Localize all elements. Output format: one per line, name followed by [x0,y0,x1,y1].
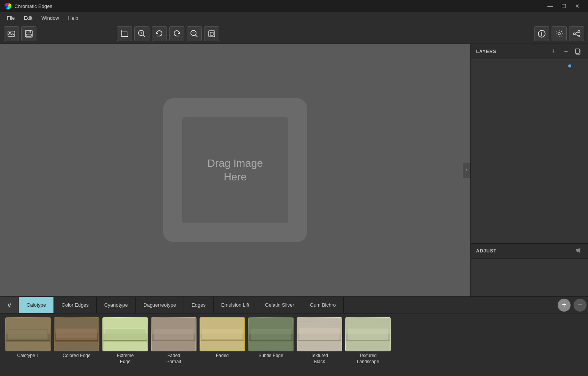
fit-window-button[interactable] [204,26,219,41]
preset-subtle-edge[interactable]: Subtle Edge [248,317,294,359]
svg-rect-36 [105,329,145,340]
adjust-header: ADJUST [471,243,588,258]
tab-gelatin-silver[interactable]: Gelatin Silver [257,297,302,313]
drop-text: Drag ImageHere [208,157,263,184]
tab-color-edges[interactable]: Color Edges [54,297,97,313]
svg-rect-9 [210,32,213,35]
preset-thumb-calotype-1 [5,317,51,351]
svg-rect-25 [8,330,47,339]
svg-point-12 [558,33,560,35]
title-bar: Chromatic Edges — ☐ ✕ [0,0,588,12]
svg-rect-63 [347,329,388,340]
category-tabs: ∨ Calotype Color Edges Cyanotype Daguerr… [0,297,588,313]
open-image-button[interactable] [4,26,19,41]
tab-daguerreotype[interactable]: Daguerreotype [136,297,184,313]
svg-rect-43 [154,329,193,340]
add-category-button[interactable]: + [558,299,571,312]
svg-rect-51 [250,329,291,340]
svg-point-11 [541,31,542,32]
add-layer-button[interactable]: + [549,47,558,56]
app-title: Chromatic Edges [14,3,52,9]
preset-label-colored-edge: Colored Edge [63,353,90,359]
svg-point-18 [579,30,580,31]
preset-thumb-subtle-edge [248,317,294,351]
drop-zone[interactable]: Drag ImageHere [163,98,307,242]
svg-rect-38 [104,340,147,342]
preset-thumb-textured-black [297,317,342,351]
right-panel: LAYERS + − ADJUST [470,44,588,296]
layers-title: LAYERS [476,49,546,54]
tab-cyanotype[interactable]: Cyanotype [97,297,136,313]
minimize-button[interactable]: — [544,2,556,10]
redo-button[interactable] [169,26,184,41]
menu-file[interactable]: File [3,14,19,22]
preset-colored-edge[interactable]: Colored Edge [54,317,99,359]
svg-rect-40 [105,340,145,340]
preset-textured-landscape[interactable]: Textured Landscape [345,317,391,365]
zoom-out-button[interactable] [187,26,202,41]
preset-label-textured-black: Textured Black [311,353,328,365]
toolbar-right [534,26,584,41]
duplicate-layer-button[interactable] [574,47,583,56]
svg-rect-39 [105,329,145,329]
info-button[interactable] [534,26,549,41]
adjust-icon-button[interactable] [574,246,583,255]
svg-point-19 [580,32,580,33]
svg-rect-0 [8,31,15,36]
svg-rect-4 [26,34,31,36]
tab-edges[interactable]: Edges [184,297,214,313]
svg-point-13 [574,33,575,34]
bottom-panel: ∨ Calotype Color Edges Cyanotype Daguerr… [0,296,588,376]
preset-label-textured-landscape: Textured Landscape [357,353,379,365]
remove-category-button[interactable]: − [574,299,586,312]
drop-zone-inner: Drag ImageHere [182,117,288,223]
svg-point-15 [578,35,580,37]
svg-rect-5 [30,31,30,32]
tab-calotype[interactable]: Calotype [19,297,54,313]
preset-label-faded-portrait: Faded Portrait [167,353,181,365]
tab-gum-bichro[interactable]: Gum Bichro [302,297,344,313]
menu-bar: File Edit Window Help [0,12,588,24]
preset-textured-black[interactable]: Textured Black [297,317,342,365]
preset-faded-portrait[interactable]: Faded Portrait [151,317,197,365]
preset-calotype-1[interactable]: Calotype 1 [5,317,51,359]
svg-rect-31 [56,329,97,338]
zoom-in-button[interactable] [134,26,149,41]
layers-content [471,59,588,243]
save-image-button[interactable] [21,26,36,41]
maximize-button[interactable]: ☐ [558,2,570,10]
remove-layer-button[interactable]: − [561,47,571,56]
preset-thumb-faded-portrait [151,317,197,351]
menu-window[interactable]: Window [38,14,63,22]
close-button[interactable]: ✕ [571,2,583,10]
preset-label-calotype-1: Calotype 1 [17,353,39,359]
preset-thumb-extreme-edge [102,317,148,351]
collapse-categories-button[interactable]: ∨ [0,297,19,313]
svg-rect-27 [6,340,50,342]
svg-rect-21 [575,49,579,53]
presets-row: Calotype 1 Colored Edge [0,313,588,376]
svg-point-17 [577,32,578,33]
title-bar-left: Chromatic Edges [5,3,52,9]
preset-extreme-edge[interactable]: Extreme Edge [102,317,148,365]
share-button[interactable] [569,26,584,41]
preset-faded[interactable]: Faded [200,317,245,359]
canvas-area[interactable]: Drag ImageHere › [0,44,470,296]
settings-button[interactable] [552,26,567,41]
preset-thumb-faded [200,317,245,351]
preset-thumb-textured-landscape [345,317,391,351]
crop-button[interactable] [117,26,132,41]
svg-rect-53 [250,329,291,329]
undo-button[interactable] [152,26,167,41]
app-icon [5,3,11,9]
layers-header: LAYERS + − [471,44,588,59]
tab-emulsion-lift[interactable]: Emulsion Lift [214,297,257,313]
menu-help[interactable]: Help [64,14,82,22]
adjust-title: ADJUST [476,248,574,254]
svg-rect-56 [299,328,340,340]
window-controls: — ☐ ✕ [544,2,583,10]
svg-rect-8 [209,31,215,37]
svg-rect-33 [55,340,99,342]
expand-panel-button[interactable]: › [463,163,470,178]
menu-edit[interactable]: Edit [20,14,36,22]
